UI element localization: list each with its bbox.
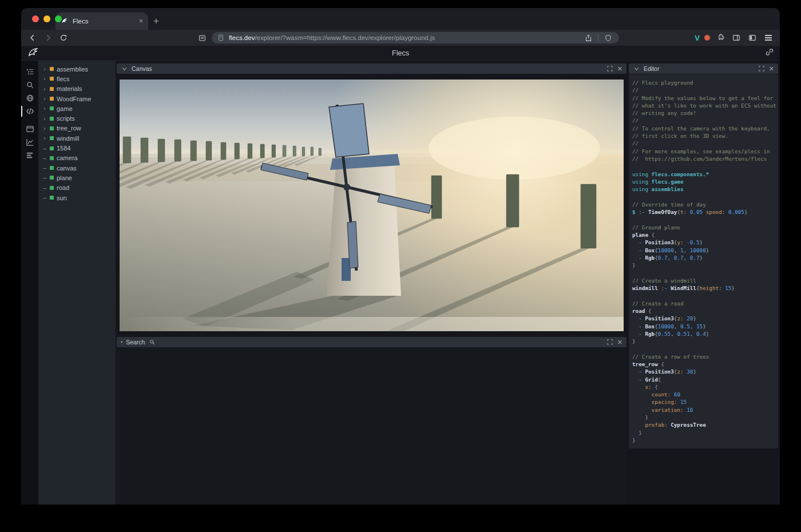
- tree-item-flecs[interactable]: ›flecs: [38, 74, 116, 84]
- canvas-panel-header: Canvas ✕: [117, 63, 626, 74]
- share-button[interactable]: [582, 32, 594, 43]
- split-view-button[interactable]: [747, 32, 758, 43]
- entity-square-icon: [50, 117, 54, 121]
- tree-item-label: road: [57, 184, 69, 191]
- side-panel-button[interactable]: [731, 32, 742, 43]
- reload-button[interactable]: [58, 32, 69, 43]
- profiler-panel-icon[interactable]: [21, 149, 38, 162]
- editor-panel-icon[interactable]: [21, 105, 38, 118]
- tree-item-road[interactable]: –road: [38, 183, 116, 193]
- entity-square-icon: [50, 146, 54, 150]
- tree-item-label: scripts: [57, 115, 75, 122]
- expand-panel-button[interactable]: [758, 65, 766, 73]
- browser-tab[interactable]: Flecs ×: [55, 13, 148, 30]
- stats-panel-icon[interactable]: [21, 136, 38, 149]
- world-panel-icon[interactable]: [21, 92, 38, 105]
- canvas-3d-view[interactable]: [120, 80, 624, 331]
- chevron-right-icon[interactable]: ›: [42, 135, 47, 141]
- entity-square-icon: [50, 186, 54, 190]
- chevron-right-icon[interactable]: ›: [42, 125, 47, 132]
- tree-item-scripts[interactable]: ›scripts: [38, 113, 116, 123]
- extension-dot-button[interactable]: [704, 35, 710, 41]
- chevron-right-icon[interactable]: ›: [42, 116, 47, 122]
- module-square-icon: [50, 97, 54, 101]
- close-panel-button[interactable]: ✕: [617, 66, 622, 72]
- zoom-window-button[interactable]: [55, 15, 62, 22]
- shields-button[interactable]: [602, 32, 614, 43]
- editor-code[interactable]: // Flecs playground//// Modify the value…: [629, 74, 778, 448]
- entity-square-icon: [50, 166, 54, 170]
- module-square-icon: [50, 77, 54, 81]
- tree-item-WoodFrame[interactable]: ›WoodFrame: [38, 94, 116, 104]
- panel-marker-icon[interactable]: •: [121, 339, 122, 345]
- page-body: ›assemblies›flecs›materials›WoodFrame›ga…: [21, 61, 780, 505]
- page-title: Flecs: [21, 49, 780, 57]
- close-window-button[interactable]: [32, 15, 39, 22]
- chevron-down-icon[interactable]: [633, 65, 640, 73]
- entity-square-icon: [50, 176, 54, 180]
- tab-strip: Flecs × +: [21, 8, 780, 30]
- back-button[interactable]: [27, 32, 38, 43]
- forward-button[interactable]: [42, 32, 54, 43]
- chevron-right-icon[interactable]: ›: [42, 76, 47, 82]
- entities-panel-icon[interactable]: [21, 65, 38, 78]
- url-domain: flecs.dev: [229, 34, 255, 41]
- icon-rail: [21, 61, 38, 505]
- chevron-right-icon[interactable]: ›: [42, 66, 47, 72]
- tree-item-label: camera: [57, 154, 78, 161]
- entity-square-icon: [50, 126, 54, 130]
- tree-item-tree_row[interactable]: ›tree_row: [38, 124, 116, 133]
- page-header: Flecs: [21, 46, 780, 61]
- tree-item-materials[interactable]: ›materials: [38, 84, 116, 94]
- tree-item-label: tree_row: [57, 125, 81, 132]
- leaf-marker-icon: –: [42, 165, 47, 171]
- editor-panel-header: Editor ✕: [629, 63, 778, 74]
- expand-panel-button[interactable]: [606, 65, 614, 73]
- tree-item-sun[interactable]: –sun: [38, 193, 116, 203]
- entity-square-icon: [50, 156, 54, 160]
- tree-item-label: flecs: [57, 76, 70, 82]
- tree-item-label: game: [57, 105, 73, 112]
- page-info-icon[interactable]: [217, 32, 225, 43]
- tree-item-windmill[interactable]: ›windmill: [38, 133, 116, 143]
- entity-square-icon: [50, 196, 54, 200]
- minimize-window-button[interactable]: [43, 15, 50, 22]
- extensions-puzzle-button[interactable]: [715, 32, 726, 43]
- tree-item-canvas[interactable]: –canvas: [38, 163, 116, 173]
- new-tab-button[interactable]: +: [148, 13, 164, 29]
- tree-item-label: canvas: [57, 165, 77, 172]
- tree-item-label: sun: [57, 194, 67, 201]
- navigation-bar: flecs.dev/explorer/?wasm=https://www.fle…: [21, 30, 780, 46]
- inspector-panel-icon[interactable]: [21, 122, 38, 136]
- module-square-icon: [50, 87, 54, 91]
- url-path: /explorer/?wasm=https://www.flecs.dev/ex…: [255, 34, 435, 41]
- chevron-right-icon[interactable]: ›: [42, 105, 47, 112]
- flecs-favicon-icon: [61, 17, 69, 26]
- search-panel-icon[interactable]: [21, 78, 38, 92]
- tree-item-assemblies[interactable]: ›assemblies: [38, 64, 116, 74]
- tree-item-label: plane: [57, 174, 72, 181]
- bookmarks-panel-button[interactable]: [196, 32, 208, 43]
- search-panel-title: Search: [126, 339, 145, 346]
- tab-close-button[interactable]: ×: [139, 18, 143, 25]
- extension-v-button[interactable]: V: [695, 34, 700, 42]
- leaf-marker-icon: –: [42, 174, 47, 181]
- tree-item-plane[interactable]: –plane: [38, 173, 116, 182]
- chevron-right-icon[interactable]: ›: [42, 86, 47, 92]
- tree-item-camera[interactable]: –camera: [38, 153, 116, 163]
- editor-column: Editor ✕ // Flecs playground//// Modify …: [628, 61, 780, 505]
- close-panel-button[interactable]: ✕: [769, 66, 774, 72]
- menu-button[interactable]: [763, 32, 774, 43]
- tree-item-1584[interactable]: –1584: [38, 143, 116, 153]
- canvas-panel-title: Canvas: [132, 65, 152, 72]
- divider: [598, 34, 598, 41]
- expand-panel-button[interactable]: [606, 339, 614, 346]
- window-controls: [32, 15, 62, 22]
- extensions-area: V: [695, 32, 774, 43]
- close-panel-button[interactable]: ✕: [617, 339, 622, 346]
- chevron-down-icon[interactable]: [121, 65, 128, 73]
- tree-item-game[interactable]: ›game: [38, 104, 116, 113]
- address-bar[interactable]: flecs.dev/explorer/?wasm=https://www.fle…: [212, 32, 619, 43]
- main-column: Canvas ✕: [116, 61, 628, 505]
- chevron-right-icon[interactable]: ›: [42, 96, 47, 102]
